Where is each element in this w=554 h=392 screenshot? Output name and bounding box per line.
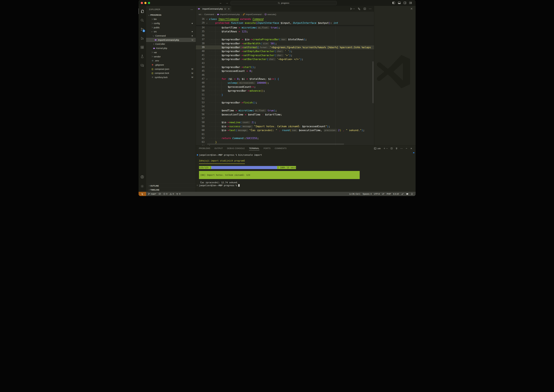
status-utf-8[interactable]: UTF-8	[374, 193, 380, 195]
close-secondary-sidebar-icon[interactable]	[410, 7, 413, 10]
breadcrumb-separator: ›	[215, 13, 216, 16]
back-icon[interactable]: ←	[219, 1, 223, 5]
command-decoration-icon[interactable]	[197, 185, 198, 186]
tree-file--env[interactable]: .env	[146, 59, 196, 63]
breadcrumb-item[interactable]: ImportCommand	[243, 13, 262, 15]
split-editor-icon[interactable]	[363, 7, 366, 10]
status-lf[interactable]: LF	[382, 193, 384, 195]
status-0[interactable]: 0	[176, 193, 180, 195]
panel-tab-comments[interactable]: COMMENTS	[275, 146, 287, 151]
layout-controls	[392, 1, 412, 5]
activity-testing-icon[interactable]	[139, 53, 146, 60]
tree-file-composer-json[interactable]: {}composer.jsonM	[146, 67, 196, 71]
panel-tab-output[interactable]: OUTPUT	[214, 146, 223, 151]
activity-run-debug-icon[interactable]	[139, 35, 146, 42]
panel-tab-ports[interactable]: PORTS	[264, 146, 271, 151]
tree-folder-public[interactable]: public	[146, 25, 196, 29]
fold-chevron-icon[interactable]	[205, 77, 209, 81]
sticky-scroll[interactable]: 16class ImportCommand extends Command29·…	[196, 17, 374, 25]
terminal-dropdown-chevron-icon[interactable]	[386, 148, 388, 149]
breadcrumb-item[interactable]: src	[199, 13, 201, 15]
activity-explorer-icon[interactable]	[139, 7, 146, 15]
tree-file--gitignore[interactable]: .gitignore	[146, 63, 196, 67]
tree-folder-var[interactable]: var	[146, 50, 196, 55]
toggle-panel-icon[interactable]	[398, 1, 401, 5]
tree-folder-command[interactable]: Command	[146, 34, 196, 38]
tree-folder-vendor[interactable]: vendor	[146, 55, 196, 59]
title-bar[interactable]: ← → progress	[139, 0, 416, 6]
section-timeline[interactable]: TIMELINE	[146, 188, 196, 192]
code-editor[interactable]: 34········$startTime = microtime(as_floa…	[196, 17, 374, 145]
status-spaces-4[interactable]: Spaces: 4	[363, 193, 372, 195]
status-item-label: Spaces: 4	[363, 193, 372, 195]
editor-group: ImportCommand.php U × ⋯ src›Command›Impo…	[196, 6, 374, 145]
section-outline[interactable]: OUTLINE	[146, 184, 196, 188]
code-line-51: 51········}	[196, 93, 374, 97]
tree-folder-controller[interactable]: Controller	[146, 42, 196, 46]
command-center-search[interactable]: progress	[230, 1, 337, 5]
remote-indicator[interactable]	[139, 192, 146, 196]
status-0[interactable]: 0	[170, 193, 174, 195]
explorer-more-actions-icon[interactable]: ⋯	[191, 8, 193, 11]
tree-folder-bin[interactable]: bin	[146, 17, 196, 21]
code-text: ········$progressBar->setProgressCharact…	[209, 53, 292, 57]
status-key-icon[interactable]	[401, 193, 404, 195]
status-php-elephant-icon[interactable]	[406, 193, 408, 195]
breadcrumb-item[interactable]: Command	[204, 13, 214, 15]
tab-close-icon[interactable]: ×	[228, 7, 230, 10]
tree-file-importcommand-php[interactable]: ImportCommand.phpU	[146, 38, 196, 42]
customize-layout-icon[interactable]	[409, 1, 412, 5]
breadcrumb-item[interactable]: ImportCommand.php	[217, 13, 240, 15]
horizontal-scrollbar[interactable]	[207, 143, 344, 145]
maximize-panel-icon[interactable]	[405, 147, 408, 150]
workspace-section-header[interactable]: PROGRESS	[146, 13, 196, 17]
terminal-more-actions-icon[interactable]: ⋯	[400, 147, 403, 150]
close-panel-icon[interactable]	[410, 147, 412, 150]
activity-search-icon[interactable]	[139, 16, 146, 24]
code-text: ····protected function execute(InputInte…	[209, 21, 338, 25]
line-number: 16	[196, 17, 205, 21]
activity-extensions-icon[interactable]	[139, 43, 146, 51]
tab-importcommand[interactable]: ImportCommand.php U ×	[196, 6, 231, 12]
panel-tab-problems[interactable]: PROBLEMS	[199, 146, 210, 151]
status-bell-icon[interactable]	[411, 193, 413, 195]
tree-file-composer-lock[interactable]: {}composer.lockM	[146, 71, 196, 75]
tree-folder-src[interactable]: src	[146, 29, 196, 34]
minimize-window-button[interactable]	[144, 2, 146, 4]
panel-tab-debug-console[interactable]: DEBUG CONSOLE	[227, 146, 245, 151]
status-ln-39-col-1[interactable]: Ln 39, Col 1	[349, 193, 360, 195]
activity-source-control-icon[interactable]: 5	[139, 26, 146, 33]
vertical-scrollbar[interactable]	[372, 61, 374, 103]
activity-settings-icon[interactable]	[139, 182, 146, 190]
kill-terminal-icon[interactable]	[395, 147, 398, 150]
more-actions-icon[interactable]: ⋯	[369, 7, 372, 10]
fold-chevron-icon[interactable]	[205, 17, 209, 21]
tree-file-kernel-php[interactable]: Kernel.php	[146, 46, 196, 50]
close-window-button[interactable]	[141, 2, 143, 4]
activity-comments-icon[interactable]	[139, 62, 146, 69]
command-decoration-icon[interactable]	[197, 154, 198, 155]
tree-file-symfony-lock[interactable]: symfony.lockM	[146, 75, 196, 79]
terminal-icon	[374, 147, 376, 150]
run-dropdown-chevron-icon[interactable]	[353, 8, 355, 10]
new-terminal-icon[interactable]	[383, 147, 386, 150]
split-terminal-icon[interactable]	[390, 147, 393, 150]
activity-account-icon[interactable]	[139, 173, 146, 181]
forward-icon[interactable]: →	[225, 1, 229, 5]
compare-changes-icon[interactable]	[358, 7, 361, 10]
fold-chevron-icon[interactable]	[205, 21, 209, 25]
tree-folder-config[interactable]: config	[146, 21, 196, 26]
toggle-sidebar-icon[interactable]	[392, 1, 395, 5]
toggle-secondary-sidebar-icon[interactable]	[403, 1, 407, 5]
terminal-output[interactable]: janpolzer@Jan——MBP progress % bin/consol…	[196, 151, 416, 192]
shell-indicator[interactable]: zsh	[374, 147, 381, 150]
zoom-window-button[interactable]	[148, 2, 150, 4]
run-icon[interactable]	[350, 7, 353, 10]
panel-tab-terminal[interactable]: TERMINAL	[249, 146, 259, 151]
status-cloud-upload-icon[interactable]	[158, 193, 161, 195]
status-0[interactable]: 0	[163, 193, 167, 195]
status-8-3-10[interactable]: 8.3.10	[393, 193, 399, 195]
status-main[interactable]: main*	[148, 193, 156, 195]
breadcrumb-item[interactable]: execute()	[264, 13, 276, 15]
status-php[interactable]: PHP	[387, 193, 391, 195]
